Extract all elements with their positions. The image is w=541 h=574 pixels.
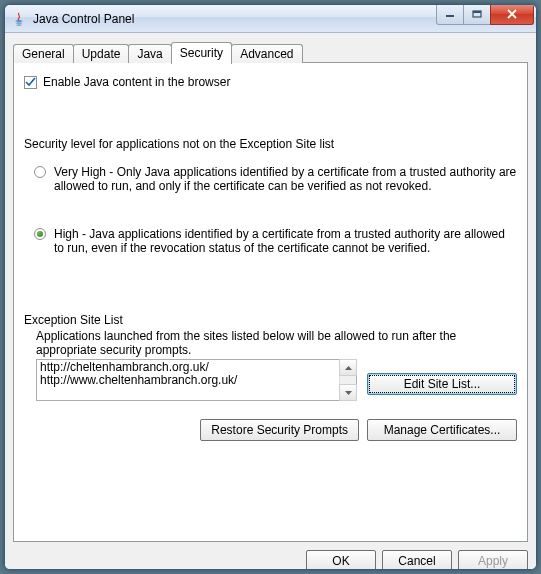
- java-control-panel-window: Java Control Panel General Update Java S…: [4, 4, 537, 570]
- security-level-label: Security level for applications not on t…: [24, 137, 517, 151]
- tab-update[interactable]: Update: [73, 44, 130, 63]
- exception-site-list-title: Exception Site List: [24, 313, 517, 327]
- titlebar: Java Control Panel: [5, 5, 536, 33]
- security-lower-buttons: Restore Security Prompts Manage Certific…: [24, 419, 517, 441]
- edit-site-list-button[interactable]: Edit Site List...: [367, 373, 517, 395]
- client-area: General Update Java Security Advanced En…: [5, 33, 536, 569]
- dialog-buttons: OK Cancel Apply: [13, 550, 528, 570]
- security-level-group: Very High - Only Java applications ident…: [34, 165, 517, 255]
- minimize-button[interactable]: [436, 5, 464, 25]
- high-label: High - Java applications identified by a…: [54, 227, 517, 255]
- window-title: Java Control Panel: [33, 12, 437, 26]
- very-high-row: Very High - Only Java applications ident…: [34, 165, 517, 193]
- enable-java-label: Enable Java content in the browser: [43, 75, 230, 89]
- ok-button[interactable]: OK: [306, 550, 376, 570]
- high-radio[interactable]: [34, 228, 46, 240]
- high-row: High - Java applications identified by a…: [34, 227, 517, 255]
- maximize-button[interactable]: [463, 5, 491, 25]
- tab-strip: General Update Java Security Advanced: [13, 41, 528, 63]
- window-buttons: [437, 5, 534, 25]
- exception-site-listbox[interactable]: http://cheltenhambranch.org.uk/ http://w…: [36, 359, 357, 401]
- exception-site-list-desc: Applications launched from the sites lis…: [36, 329, 517, 357]
- site-item[interactable]: http://www.cheltenhambranch.org.uk/: [40, 374, 336, 387]
- scroll-down-arrow[interactable]: [339, 384, 357, 401]
- security-panel: Enable Java content in the browser Secur…: [13, 62, 528, 542]
- apply-button[interactable]: Apply: [458, 550, 528, 570]
- tab-general[interactable]: General: [13, 44, 74, 63]
- close-button[interactable]: [490, 5, 534, 25]
- cancel-button[interactable]: Cancel: [382, 550, 452, 570]
- enable-java-row: Enable Java content in the browser: [24, 75, 517, 89]
- exception-site-list-content: http://cheltenhambranch.org.uk/ http://w…: [37, 360, 339, 400]
- tab-advanced[interactable]: Advanced: [231, 44, 302, 63]
- exception-site-row: http://cheltenhambranch.org.uk/ http://w…: [36, 359, 517, 401]
- svg-rect-2: [473, 11, 481, 13]
- java-icon: [11, 11, 27, 27]
- enable-java-checkbox[interactable]: [24, 76, 37, 89]
- very-high-radio[interactable]: [34, 166, 46, 178]
- very-high-label: Very High - Only Java applications ident…: [54, 165, 517, 193]
- svg-rect-0: [446, 15, 454, 17]
- tab-security[interactable]: Security: [171, 42, 232, 64]
- manage-certificates-button[interactable]: Manage Certificates...: [367, 419, 517, 441]
- scrollbar[interactable]: [339, 360, 356, 400]
- restore-security-prompts-button[interactable]: Restore Security Prompts: [200, 419, 359, 441]
- scroll-up-arrow[interactable]: [339, 359, 357, 376]
- tab-java[interactable]: Java: [128, 44, 171, 63]
